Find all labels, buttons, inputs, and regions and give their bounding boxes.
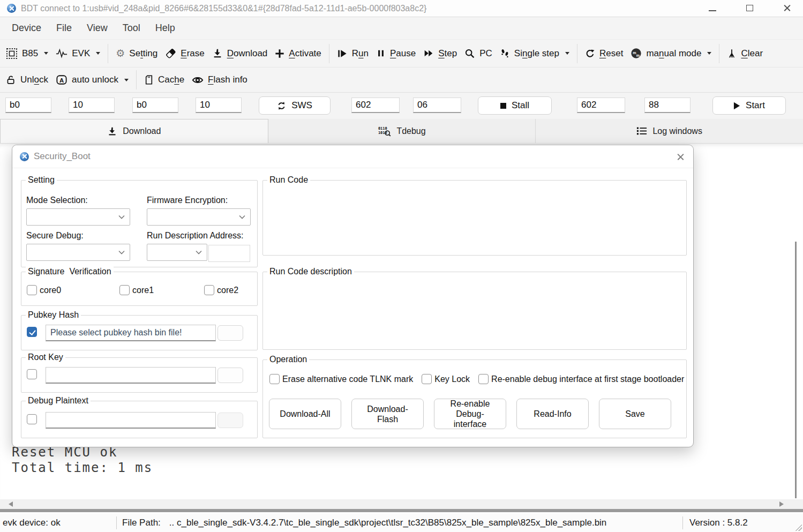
checkbox-icon — [119, 285, 130, 295]
toolbar-separator — [577, 44, 577, 63]
step-forward-icon — [423, 48, 434, 58]
chip-label: B85 — [22, 48, 38, 59]
key-lock-checkbox[interactable]: Key Lock — [422, 374, 470, 384]
activate-button[interactable]: Activate — [271, 43, 325, 64]
menu-view[interactable]: View — [79, 23, 115, 34]
unlock-label: Unlock — [20, 74, 48, 85]
tab-tdebug[interactable]: 0110 1010 Tdebug — [268, 119, 536, 143]
toolbar-separator — [108, 44, 108, 63]
val-field-2[interactable] — [644, 98, 691, 113]
flash-info-button[interactable]: Flash info — [188, 70, 251, 90]
horizontal-scrollbar[interactable] — [0, 499, 803, 509]
auto-unlock-button[interactable]: A auto unlock — [52, 70, 132, 90]
download-button[interactable]: Download — [208, 43, 272, 64]
reenable-debug-interface-button[interactable]: Re-enable Debug-interface — [434, 399, 506, 429]
root-key-input[interactable] — [46, 367, 216, 384]
clear-button[interactable]: Clear — [723, 43, 767, 64]
menu-device[interactable]: Device — [4, 23, 49, 34]
pc-button[interactable]: PC — [461, 43, 496, 64]
board-select-button[interactable]: EVK — [52, 43, 104, 64]
cache-button[interactable]: Cache — [140, 70, 188, 90]
chevron-down-icon — [196, 250, 202, 254]
run-description-address-input[interactable] — [208, 245, 250, 262]
manual-mode-button[interactable]: m m manual mode — [627, 43, 715, 64]
core0-checkbox[interactable]: core0 — [27, 285, 61, 295]
chevron-down-icon — [118, 250, 125, 254]
read-info-button[interactable]: Read-Info — [516, 399, 589, 429]
download-icon — [107, 126, 117, 137]
core2-checkbox[interactable]: core2 — [204, 285, 238, 295]
pubkey-file-input[interactable] — [46, 325, 216, 341]
auto-unlock-icon: A — [56, 74, 67, 85]
menu-tool[interactable]: Tool — [115, 23, 148, 34]
step-button[interactable]: Step — [419, 43, 461, 64]
erase-tlnk-mark-checkbox[interactable]: Erase alternative code TLNK mark — [269, 374, 413, 384]
close-icon — [677, 153, 685, 161]
mode-selection-label: Mode Selection: — [26, 196, 88, 205]
operation-checkboxes: Erase alternative code TLNK mark Key Loc… — [269, 374, 684, 384]
chip-select-button[interactable]: B85 — [2, 43, 52, 64]
core0-label: core0 — [40, 286, 61, 295]
download-icon — [212, 48, 223, 59]
len-field-2[interactable] — [196, 98, 242, 113]
core1-checkbox[interactable]: core1 — [119, 285, 154, 295]
single-step-button[interactable]: Single step — [496, 43, 573, 64]
pause-button[interactable]: Pause — [372, 43, 419, 64]
reg-field-2[interactable] — [577, 98, 625, 113]
pubkey-browse-button[interactable] — [217, 325, 243, 341]
reset-arrow-icon — [585, 48, 595, 59]
tab-log-windows[interactable]: Log windows — [536, 119, 803, 143]
tab-download[interactable]: Download — [0, 119, 268, 143]
reset-button[interactable]: Reset — [581, 43, 627, 64]
unlock-button[interactable]: Unlock — [2, 70, 52, 90]
scroll-left-icon[interactable] — [9, 501, 13, 507]
reg-field-1[interactable] — [351, 98, 400, 113]
scroll-right-icon[interactable] — [779, 501, 784, 507]
root-key-browse-button[interactable] — [217, 368, 243, 383]
vertical-scrollbar-thumb[interactable] — [795, 242, 797, 498]
debug-plaintext-browse-button[interactable] — [217, 413, 243, 428]
reenable-debug-checkbox[interactable]: Re-enable debug interface at first stage… — [478, 374, 684, 384]
debug-plaintext-enable-checkbox[interactable] — [27, 414, 37, 424]
file-path-value: .. c_ble_single_sdk-V3.4.2.7\tc_ble_sing… — [169, 518, 607, 528]
debug-plaintext-input[interactable] — [46, 412, 216, 429]
menu-bar: Device File View Tool Help — [0, 17, 803, 40]
dialog-close-button[interactable] — [677, 153, 685, 161]
firmware-encryption-combobox[interactable] — [147, 208, 251, 226]
footsteps-icon — [500, 48, 510, 59]
menu-file[interactable]: File — [49, 23, 79, 34]
secure-debug-combobox[interactable] — [26, 244, 130, 261]
menu-help[interactable]: Help — [148, 23, 183, 34]
setting-button[interactable]: ⚙ Setting — [112, 43, 161, 64]
maximize-button[interactable] — [746, 4, 753, 13]
auto-unlock-label: auto unlock — [72, 74, 118, 85]
pause-label: Pause — [390, 48, 416, 59]
val-field-1[interactable] — [413, 98, 461, 113]
svg-text:0110: 0110 — [378, 126, 387, 130]
view-tabs: Download 0110 1010 Tdebug Log windows — [0, 119, 803, 144]
root-key-enable-checkbox[interactable] — [27, 369, 37, 379]
len-field-1[interactable] — [69, 98, 115, 113]
minimize-button[interactable] — [709, 4, 716, 13]
start-button[interactable]: Start — [712, 96, 786, 115]
run-description-address-combobox[interactable] — [147, 244, 207, 261]
close-button[interactable] — [783, 3, 791, 13]
play-bar-icon — [337, 48, 348, 59]
activate-label: Activate — [289, 48, 321, 59]
core1-label: core1 — [132, 286, 154, 295]
stall-button[interactable]: Stall — [478, 96, 552, 115]
erase-button[interactable]: Erase — [161, 43, 208, 64]
addr-field-1[interactable] — [5, 98, 51, 113]
mode-selection-combobox[interactable] — [26, 208, 130, 226]
sws-button[interactable]: SWS — [259, 96, 331, 115]
flash-info-label: Flash info — [208, 74, 247, 85]
security-boot-dialog: Security_Boot Setting Mode Selection: Fi… — [12, 145, 694, 447]
resize-grip[interactable] — [794, 523, 802, 531]
checkbox-icon — [27, 369, 37, 379]
addr-field-2[interactable] — [132, 98, 178, 113]
download-all-button[interactable]: Download-All — [269, 399, 341, 429]
run-button[interactable]: Run — [333, 43, 372, 64]
download-flash-button[interactable]: Download-Flash — [351, 399, 424, 429]
save-button[interactable]: Save — [599, 399, 671, 429]
pubkey-enable-checkbox[interactable] — [27, 327, 37, 337]
